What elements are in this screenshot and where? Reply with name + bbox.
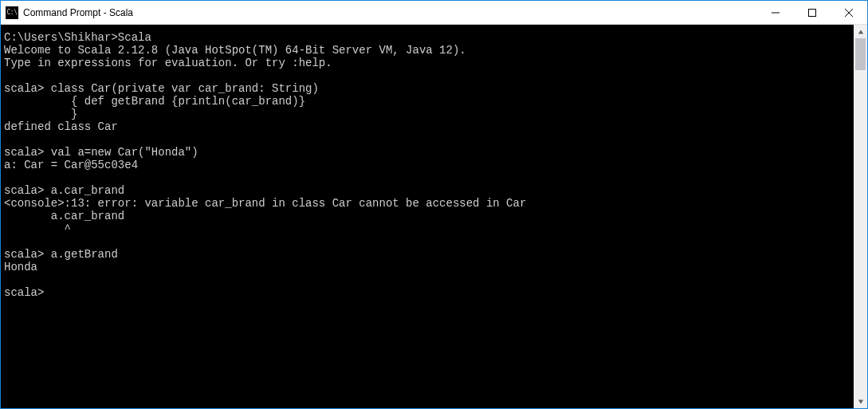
window-controls	[757, 1, 867, 24]
svg-rect-1	[809, 9, 816, 16]
vertical-scrollbar[interactable]	[854, 25, 867, 408]
terminal-container: C:\Users\Shikhar>Scala Welcome to Scala …	[1, 25, 867, 408]
window-titlebar: C:\ Command Prompt - Scala	[1, 1, 867, 25]
scroll-up-button[interactable]	[854, 25, 867, 38]
scroll-thumb[interactable]	[855, 38, 866, 70]
minimize-button[interactable]	[757, 1, 794, 24]
maximize-button[interactable]	[794, 1, 831, 24]
window-icon: C:\	[6, 6, 18, 19]
scroll-down-button[interactable]	[854, 395, 867, 408]
svg-marker-5	[858, 399, 862, 403]
svg-marker-4	[858, 29, 862, 33]
window-title: Command Prompt - Scala	[23, 7, 757, 18]
terminal-output[interactable]: C:\Users\Shikhar>Scala Welcome to Scala …	[1, 25, 854, 408]
close-button[interactable]	[831, 1, 867, 24]
